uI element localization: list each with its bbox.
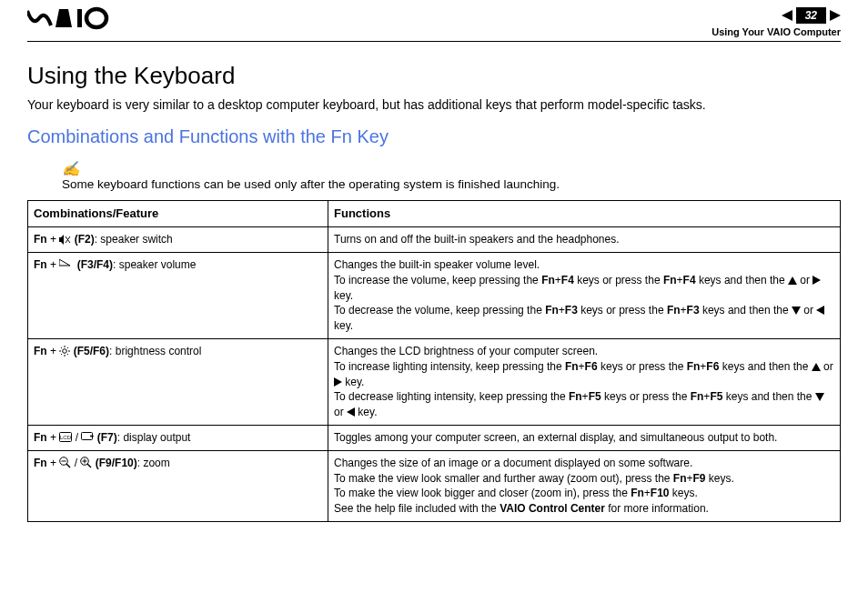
function-cell: Changes the size of an image or a docume… <box>328 450 841 521</box>
function-cell: Toggles among your computer screen, an e… <box>328 425 841 450</box>
section-heading: Combinations and Functions with the Fn K… <box>27 126 841 147</box>
note-block: ✍ Some keyboard functions can be used on… <box>62 160 841 191</box>
section-label: Using Your VAIO Computer <box>712 26 841 37</box>
arrow-right-icon <box>812 276 821 285</box>
svg-line-24 <box>87 464 91 467</box>
svg-line-9 <box>61 347 62 348</box>
table-row: Fn + (F2): speaker switch Turns on and o… <box>28 227 841 253</box>
svg-line-12 <box>67 347 68 348</box>
table-header-functions: Functions <box>328 201 841 227</box>
table-row: Fn + LCD / (F7): display output Toggles … <box>28 425 841 450</box>
arrow-up-icon <box>812 363 821 371</box>
arrow-right-icon <box>334 377 342 387</box>
vaio-logo <box>27 5 109 36</box>
feature-cell: Fn + LCD / (F7): display output <box>28 425 328 450</box>
arrow-left-icon <box>816 306 824 315</box>
fn-key-table: Combinations/Feature Functions Fn + (F2)… <box>27 200 841 522</box>
table-row: Fn + (F5/F6): brightness control Changes… <box>28 338 841 425</box>
page-navigator: 32 <box>782 7 841 24</box>
arrow-down-icon <box>815 393 824 401</box>
svg-line-20 <box>66 464 70 467</box>
mute-icon <box>59 235 71 246</box>
feature-cell: Fn + (F5/F6): brightness control <box>28 338 328 425</box>
svg-point-1 <box>86 9 106 27</box>
svg-text:LCD: LCD <box>60 435 72 440</box>
volume-icon <box>59 259 74 271</box>
svg-line-10 <box>67 354 68 355</box>
function-cell: Changes the LCD brightness of your compu… <box>328 338 841 425</box>
note-text: Some keyboard functions can be used only… <box>62 177 841 191</box>
function-cell: Turns on and off the built-in speakers a… <box>328 227 841 253</box>
brightness-icon <box>59 346 70 358</box>
feature-cell: Fn + (F2): speaker switch <box>28 227 328 253</box>
svg-point-4 <box>63 348 67 353</box>
arrow-left-icon <box>347 407 355 417</box>
svg-line-11 <box>61 354 62 355</box>
zoom-out-icon <box>59 457 71 470</box>
prev-page-icon[interactable] <box>782 10 792 21</box>
table-header-combinations: Combinations/Feature <box>28 201 328 227</box>
page-header: 32 Using Your VAIO Computer <box>27 0 841 42</box>
table-row: Fn + / (F9/F10): zoom Changes the size o… <box>28 450 841 521</box>
zoom-in-icon <box>80 457 92 470</box>
lcd-icon: LCD <box>59 432 72 444</box>
page-number: 32 <box>796 7 826 24</box>
svg-point-16 <box>90 436 92 437</box>
page-title: Using the Keyboard <box>27 62 841 90</box>
svg-rect-0 <box>77 9 82 27</box>
arrow-up-icon <box>788 276 797 285</box>
note-icon: ✍ <box>62 160 841 177</box>
feature-cell: Fn + / (F9/F10): zoom <box>28 450 328 521</box>
arrow-down-icon <box>792 306 801 315</box>
function-cell: Changes the built-in speaker volume leve… <box>328 252 841 338</box>
feature-cell: Fn + (F3/F4): speaker volume <box>28 252 328 338</box>
vaio-logo-svg <box>27 6 109 30</box>
external-display-icon <box>81 432 94 444</box>
intro-text: Your keyboard is very similar to a deskt… <box>27 97 841 112</box>
table-row: Fn + (F3/F4): speaker volume Changes the… <box>28 252 841 338</box>
next-page-icon[interactable] <box>830 10 841 21</box>
